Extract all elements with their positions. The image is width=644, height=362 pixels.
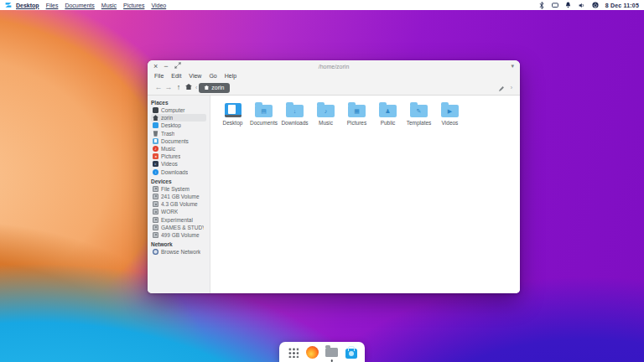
bluetooth-icon[interactable]	[538, 2, 545, 8]
display-icon[interactable]	[552, 2, 558, 8]
file-manager-window: /home/zorin × − ▾ File Edit View Go Help…	[148, 60, 520, 293]
sidebar-item-pictures[interactable]: Pictures	[151, 153, 206, 160]
drive-icon	[153, 217, 158, 223]
drive-icon	[153, 209, 158, 215]
zorin-logo-icon[interactable]	[5, 2, 12, 8]
pathbar-scroll-right-icon[interactable]: ›	[511, 85, 512, 90]
sidebar-item-videos[interactable]: Videos	[151, 160, 206, 168]
menu-file[interactable]: File	[154, 73, 164, 79]
downloads-icon	[153, 169, 158, 175]
sidebar-item-volume-241gb[interactable]: 241 GB Volume	[151, 193, 206, 200]
drive-icon	[153, 194, 158, 199]
window-chrome: /home/zorin × − ▾ File Edit View Go Help…	[148, 60, 520, 96]
software-store-icon	[345, 349, 357, 359]
menu-help[interactable]: Help	[225, 73, 236, 79]
top-panel: Desktop Files Documents Music Pictures V…	[0, 0, 644, 10]
firefox-icon	[306, 346, 319, 359]
file-view[interactable]: Desktop ▤ Documents ↓ Downloads ♪ Music	[210, 96, 520, 293]
drive-icon	[153, 201, 158, 207]
section-network: Network	[151, 240, 210, 248]
menu-pictures[interactable]: Pictures	[123, 3, 144, 8]
up-icon[interactable]: ↑	[174, 84, 184, 91]
breadcrumb-home-icon	[204, 85, 209, 90]
location-toolbar: ← → ↑ ‹ zorin ›	[148, 80, 520, 96]
menu-documents[interactable]: Documents	[65, 3, 94, 8]
sidebar-item-browse-network[interactable]: Browse Network	[151, 248, 206, 256]
file-item-videos[interactable]: ▶ Videos	[434, 101, 465, 126]
pathbar-scroll-left-icon[interactable]: ‹	[195, 85, 197, 90]
sidebar-item-experimental[interactable]: Experimental	[151, 215, 206, 223]
music-icon	[153, 146, 158, 152]
sidebar-item-downloads[interactable]: Downloads	[151, 168, 206, 176]
sidebar-item-games-study[interactable]: GAMES & STUDY	[151, 224, 206, 231]
volume-icon[interactable]	[579, 2, 585, 8]
file-item-documents[interactable]: ▤ Documents	[248, 101, 279, 126]
breadcrumb[interactable]: zorin	[199, 83, 229, 93]
home-icon[interactable]	[184, 84, 194, 91]
menu-go[interactable]: Go	[209, 73, 216, 79]
app-grid-icon	[288, 347, 299, 358]
file-item-public[interactable]: ♟ Public	[372, 101, 403, 126]
software-store-launcher[interactable]	[345, 345, 357, 359]
sidebar-item-music[interactable]: Music	[151, 145, 206, 153]
sidebar-item-trash[interactable]: Trash	[151, 130, 206, 137]
titlebar[interactable]: /home/zorin × − ▾	[148, 60, 520, 72]
minimize-button[interactable]: −	[164, 63, 168, 70]
sidebar-item-volume-499gb[interactable]: 499 GB Volume	[151, 231, 206, 239]
drive-icon	[153, 225, 158, 230]
menu-video[interactable]: Video	[151, 3, 166, 8]
pictures-icon	[153, 153, 158, 159]
computer-icon	[153, 107, 158, 113]
sidebar-item-work[interactable]: WORK	[151, 208, 206, 215]
window-menu-button[interactable]: ▾	[511, 63, 514, 70]
public-folder-icon: ♟	[379, 105, 397, 117]
menu-view[interactable]: View	[189, 73, 201, 79]
menu-edit[interactable]: Edit	[171, 73, 181, 79]
section-devices: Devices	[151, 178, 210, 185]
music-folder-icon: ♪	[317, 105, 335, 117]
file-item-music[interactable]: ♪ Music	[310, 101, 341, 126]
running-indicator	[330, 359, 333, 362]
file-item-pictures[interactable]: ▦ Pictures	[341, 101, 372, 126]
forward-icon[interactable]: →	[164, 84, 174, 91]
drive-icon	[153, 232, 158, 238]
power-icon[interactable]	[592, 2, 599, 8]
sidebar-item-desktop[interactable]: Desktop	[151, 122, 206, 129]
templates-folder-icon: ✎	[410, 105, 428, 117]
window-title: /home/zorin	[148, 64, 520, 70]
documents-folder-icon	[153, 138, 158, 144]
downloads-folder-icon: ↓	[286, 105, 304, 117]
back-icon[interactable]: ←	[153, 84, 164, 91]
status-area: 8 Dec 11:05	[538, 2, 639, 8]
notifications-icon[interactable]	[565, 2, 572, 8]
firefox-launcher[interactable]	[306, 345, 319, 359]
breadcrumb-label: zorin	[211, 85, 224, 90]
pictures-folder-icon: ▦	[348, 105, 366, 117]
file-item-desktop[interactable]: Desktop	[217, 101, 248, 126]
menu-music[interactable]: Music	[101, 3, 117, 8]
documents-folder-icon: ▤	[255, 105, 273, 117]
close-button[interactable]: ×	[153, 63, 158, 70]
places-sidebar: Places Computer zorin Desktop Trash Docu…	[148, 96, 210, 293]
app-grid-button[interactable]	[287, 345, 299, 359]
menu-files[interactable]: Files	[46, 3, 59, 8]
clock[interactable]: 8 Dec 11:05	[605, 3, 639, 8]
menu-desktop[interactable]: Desktop	[16, 3, 39, 8]
desktop: Desktop Files Documents Music Pictures V…	[0, 0, 644, 362]
sidebar-item-documents[interactable]: Documents	[151, 137, 206, 145]
desktop-icon	[153, 122, 158, 128]
sidebar-item-file-system[interactable]: File System	[151, 185, 206, 193]
sidebar-item-home[interactable]: zorin	[151, 114, 206, 122]
sidebar-item-volume-4-3gb[interactable]: 4.3 GB Volume	[151, 200, 206, 208]
videos-folder-icon: ▶	[441, 105, 459, 117]
maximize-button[interactable]	[174, 62, 181, 70]
edit-location-icon[interactable]	[498, 80, 505, 96]
desktop-folder-icon	[225, 103, 242, 117]
file-item-downloads[interactable]: ↓ Downloads	[279, 101, 310, 126]
file-item-templates[interactable]: ✎ Templates	[403, 101, 434, 126]
global-menu: Desktop Files Documents Music Pictures V…	[16, 3, 166, 8]
files-app-icon	[325, 348, 338, 357]
section-places: Places	[151, 99, 210, 106]
sidebar-item-computer[interactable]: Computer	[151, 106, 206, 114]
files-launcher[interactable]	[325, 345, 338, 359]
